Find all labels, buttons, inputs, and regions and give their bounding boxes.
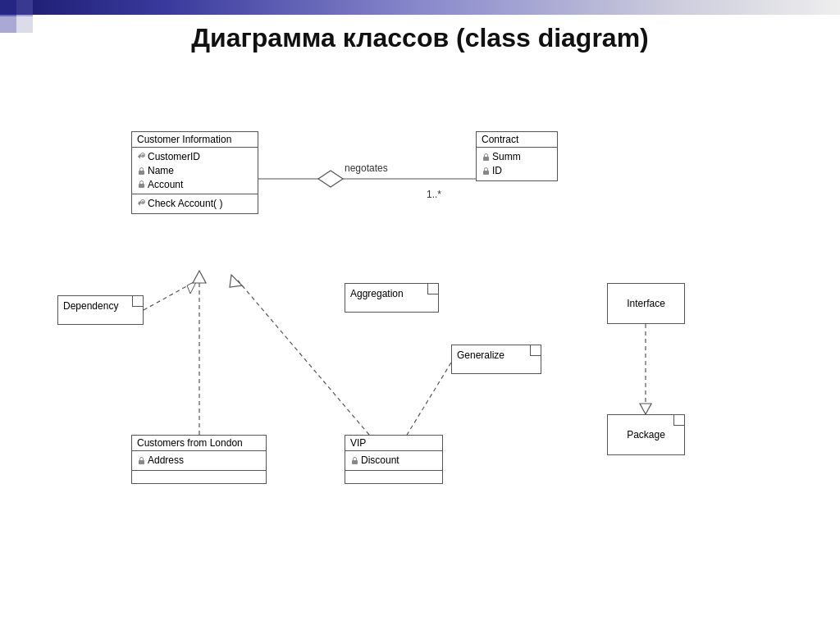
aggregation-note-label: Aggregation bbox=[350, 288, 404, 299]
customer-information-box: Customer Information CustomerID Name Acc… bbox=[131, 131, 258, 214]
contract-box-attributes: Summ ID bbox=[477, 148, 557, 180]
svg-marker-8 bbox=[230, 275, 242, 287]
customer-attr-name: Name bbox=[137, 164, 253, 178]
interface-box-header: Interface bbox=[608, 296, 684, 311]
lock-icon-address bbox=[137, 456, 146, 465]
lock-icon-name bbox=[137, 167, 146, 176]
svg-rect-21 bbox=[352, 460, 358, 464]
contract-box: Contract Summ ID bbox=[476, 131, 558, 181]
london-attr-address-label: Address bbox=[148, 454, 184, 468]
package-box: Package bbox=[607, 414, 685, 455]
customer-attr-account: Account bbox=[137, 178, 253, 192]
multiplicity-label: 1..* bbox=[427, 189, 441, 200]
diagram-area: Customer Information CustomerID Name Acc… bbox=[49, 74, 824, 605]
lock-icon-account bbox=[137, 180, 146, 189]
generalize-note-label: Generalize bbox=[457, 349, 504, 361]
lock-icon-summ bbox=[482, 153, 491, 162]
package-box-header: Package bbox=[627, 429, 665, 441]
aggregation-note: Aggregation bbox=[345, 283, 439, 313]
vip-attr-discount: Discount bbox=[350, 454, 437, 468]
dependency-note-label: Dependency bbox=[63, 300, 118, 312]
customer-attr-id: CustomerID bbox=[137, 150, 253, 164]
customer-box-attributes: CustomerID Name Account bbox=[132, 148, 258, 194]
contract-attr-summ-label: Summ bbox=[492, 150, 521, 164]
svg-rect-14 bbox=[139, 171, 144, 175]
contract-attr-id-label: ID bbox=[492, 164, 502, 178]
interface-box: Interface bbox=[607, 283, 685, 324]
vip-attr-discount-label: Discount bbox=[361, 454, 399, 468]
top-bar bbox=[0, 0, 840, 15]
customer-method-checkaccount-label: Check Account( ) bbox=[148, 197, 222, 211]
vip-box-header: VIP bbox=[345, 436, 442, 451]
london-box-header: Customers from London bbox=[132, 436, 266, 451]
vip-box: VIP Discount bbox=[345, 435, 443, 484]
customer-attr-id-label: CustomerID bbox=[148, 150, 200, 164]
london-box-empty-section bbox=[132, 470, 266, 483]
customer-box-methods: Check Account( ) bbox=[132, 194, 258, 213]
svg-rect-18 bbox=[483, 157, 489, 161]
london-attr-address: Address bbox=[137, 454, 261, 468]
svg-marker-4 bbox=[187, 281, 197, 294]
vip-box-empty-section bbox=[345, 470, 442, 483]
generalize-note: Generalize bbox=[451, 345, 541, 374]
customer-attr-name-label: Name bbox=[148, 164, 174, 178]
svg-rect-19 bbox=[483, 171, 489, 175]
svg-rect-20 bbox=[139, 460, 144, 464]
contract-attr-id: ID bbox=[482, 164, 552, 178]
customer-attr-account-label: Account bbox=[148, 178, 183, 192]
contract-attr-summ: Summ bbox=[482, 150, 552, 164]
svg-marker-11 bbox=[640, 404, 651, 414]
vip-box-attributes: Discount bbox=[345, 451, 442, 470]
svg-marker-1 bbox=[318, 171, 343, 187]
key-icon-customerid bbox=[137, 153, 146, 162]
contract-box-header: Contract bbox=[477, 132, 557, 148]
svg-marker-6 bbox=[193, 271, 206, 283]
customer-method-checkaccount: Check Account( ) bbox=[137, 197, 253, 211]
dependency-note: Dependency bbox=[57, 295, 144, 325]
lock-icon-id bbox=[482, 167, 491, 176]
customer-box-header: Customer Information bbox=[132, 132, 258, 148]
page-title: Диаграмма классов (class diagram) bbox=[0, 23, 840, 53]
london-box: Customers from London Address bbox=[131, 435, 267, 484]
svg-line-9 bbox=[402, 363, 451, 443]
key-icon-checkaccount bbox=[137, 199, 146, 208]
svg-rect-15 bbox=[139, 184, 144, 188]
svg-line-3 bbox=[144, 281, 197, 310]
negotates-label: negotates bbox=[345, 162, 388, 174]
lock-icon-discount bbox=[350, 456, 359, 465]
london-box-attributes: Address bbox=[132, 451, 266, 470]
